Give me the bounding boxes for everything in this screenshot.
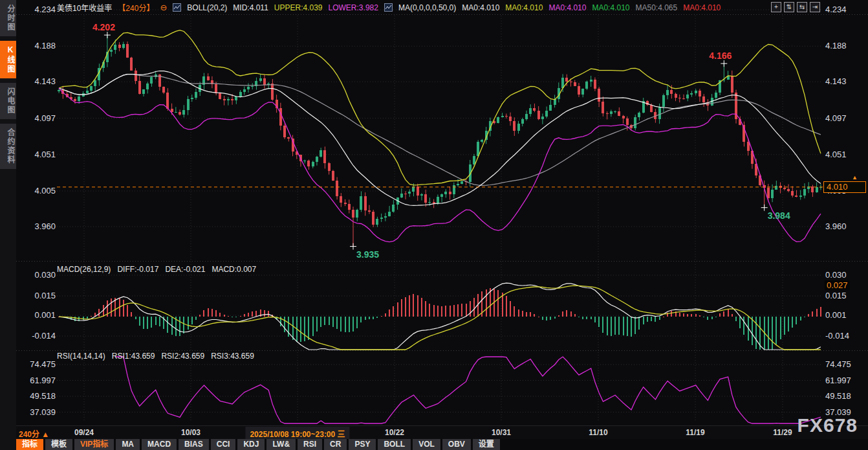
trading-terminal: 4.2024.1663.9353.984 美债10年收益率 【240分】 ⊖ B…	[0, 0, 868, 450]
axis-tick-label: 61.997	[18, 376, 56, 385]
boll-label: BOLL(20,2)	[187, 3, 227, 12]
y-axis-scale-icon[interactable]: ⇅	[784, 2, 794, 12]
date-label: 10/22	[385, 428, 404, 437]
macd-right-badge: 0.027	[825, 280, 850, 290]
macd-dea: DEA:-0.021	[165, 265, 205, 274]
axis-tick-label: 49.518	[825, 391, 851, 401]
candlestick-chart-canvas[interactable]: 4.2024.1663.9353.984	[0, 0, 868, 450]
sidebar-tab[interactable]: 合约资料	[0, 124, 16, 169]
toolbar-item[interactable]: VOL	[413, 439, 440, 450]
toolbar-item[interactable]: PSY	[349, 439, 376, 450]
move-crosshair-icon[interactable]: +	[771, 2, 781, 12]
macd-value: MACD:0.007	[212, 265, 256, 274]
price-up-arrow-icon: ▲	[852, 174, 858, 181]
toolbar-item[interactable]: BIAS	[179, 439, 209, 450]
axis-tick-label: 74.475	[825, 359, 851, 369]
rsi-y-axis-right: 74.47561.99749.51837.039	[825, 0, 865, 450]
ma-value: MA0:4.010	[462, 3, 499, 12]
rsi-label: RSI(14,14,14)	[57, 352, 105, 361]
boll-settings-icon[interactable]	[173, 3, 181, 12]
ma-value: MA0:4.010	[592, 3, 629, 12]
date-label: 11/29	[773, 428, 792, 437]
rsi1-value: RSI1:43.659	[112, 352, 155, 361]
toolbar-item[interactable]: KDJ	[237, 439, 265, 450]
boll-lower: LOWER:3.982	[329, 3, 378, 12]
collapse-pane-icon[interactable]: ⊖	[160, 3, 167, 12]
rsi-header: RSI(14,14,14) RSI1:43.659 RSI2:43.659 RS…	[57, 352, 254, 361]
boll-mid: MID:4.011	[233, 3, 268, 12]
ma-settings-icon[interactable]	[384, 3, 393, 12]
chart-header: 美债10年收益率 【240分】 ⊖ BOLL(20,2) MID:4.011 U…	[57, 2, 721, 13]
interval-label[interactable]: 【240分】	[118, 2, 154, 13]
chart-tool-icons: +⇅⇆⇥	[771, 2, 820, 12]
time-axis: 240分 ▲ 09/2410/0310/2210/3111/1011/1911/…	[16, 425, 868, 440]
svg-text:3.935: 3.935	[356, 249, 379, 260]
symbol-title: 美债10年收益率	[57, 2, 112, 13]
sidebar: 分时图K线图闪电图合约资料	[0, 0, 16, 450]
rsi-y-axis-left: 74.47561.99749.51837.039	[18, 0, 56, 450]
interval-selector[interactable]: 240分 ▲	[19, 428, 49, 439]
rsi2-value: RSI2:43.659	[161, 352, 204, 361]
toolbar-item[interactable]: OBV	[442, 439, 471, 450]
axis-tick-label: 61.997	[825, 376, 851, 385]
snap-to-last-icon[interactable]: ⇥	[810, 2, 820, 12]
toolbar-item[interactable]: VIP指标	[74, 439, 114, 450]
macd-label: MACD(26,12,9)	[57, 265, 111, 274]
macd-diff: DIFF:-0.017	[117, 265, 158, 274]
sidebar-tab[interactable]: 闪电图	[0, 83, 16, 119]
ma-value: MA0:4.010	[548, 3, 586, 12]
watermark: FX678	[797, 414, 858, 436]
svg-text:3.984: 3.984	[768, 210, 790, 221]
toolbar-item[interactable]: BOLL	[378, 439, 411, 450]
boll-upper: UPPER:4.039	[274, 3, 323, 12]
date-label: 10/31	[492, 428, 511, 437]
selected-candle-date: 2025/10/08 19:00~23:00 三	[245, 427, 349, 440]
axis-tick-label: 74.475	[18, 359, 56, 369]
svg-text:4.202: 4.202	[92, 22, 115, 32]
ma-values: MA0:4.010MA0:4.010MA0:4.010MA0:4.010MA50…	[462, 3, 721, 12]
sidebar-tab[interactable]: 分时图	[0, 0, 16, 36]
toolbar-item[interactable]: 模板	[45, 439, 72, 450]
x-axis-scale-icon[interactable]: ⇆	[797, 2, 807, 12]
date-label: 09/24	[74, 428, 94, 437]
ma-label: MA(0,0,0,0,50,0)	[398, 3, 456, 12]
toolbar-item[interactable]: CR	[324, 439, 347, 450]
toolbar-item[interactable]: CCI	[211, 439, 236, 450]
macd-header: MACD(26,12,9) DIFF:-0.017 DEA:-0.021 MAC…	[57, 265, 256, 274]
axis-tick-label: 37.039	[18, 407, 56, 417]
date-label: 11/19	[686, 428, 704, 437]
current-price-badge: 4.010	[823, 181, 866, 193]
ma-value: MA50:4.065	[635, 3, 677, 12]
date-label: 11/10	[589, 428, 607, 437]
ma-value: MA0:4.010	[505, 3, 543, 12]
date-label: 10/03	[181, 428, 201, 437]
rsi3-value: RSI3:43.659	[211, 352, 254, 361]
axis-tick-label: 49.518	[18, 391, 56, 401]
svg-text:4.166: 4.166	[709, 51, 732, 61]
toolbar-item[interactable]: 设置	[473, 439, 500, 450]
toolbar-item[interactable]: LW&	[266, 439, 296, 450]
toolbar-item[interactable]: 指标	[16, 439, 43, 450]
toolbar-item[interactable]: RSI	[298, 439, 322, 450]
indicator-toolbar: 指标模板VIP指标MAMACDBIASCCIKDJLW&RSICRPSYBOLL…	[16, 439, 868, 450]
toolbar-item[interactable]: MA	[116, 439, 140, 450]
toolbar-item[interactable]: MACD	[142, 439, 177, 450]
sidebar-tab[interactable]: K线图	[0, 41, 16, 78]
ma-value: MA0:4.010	[683, 3, 721, 12]
